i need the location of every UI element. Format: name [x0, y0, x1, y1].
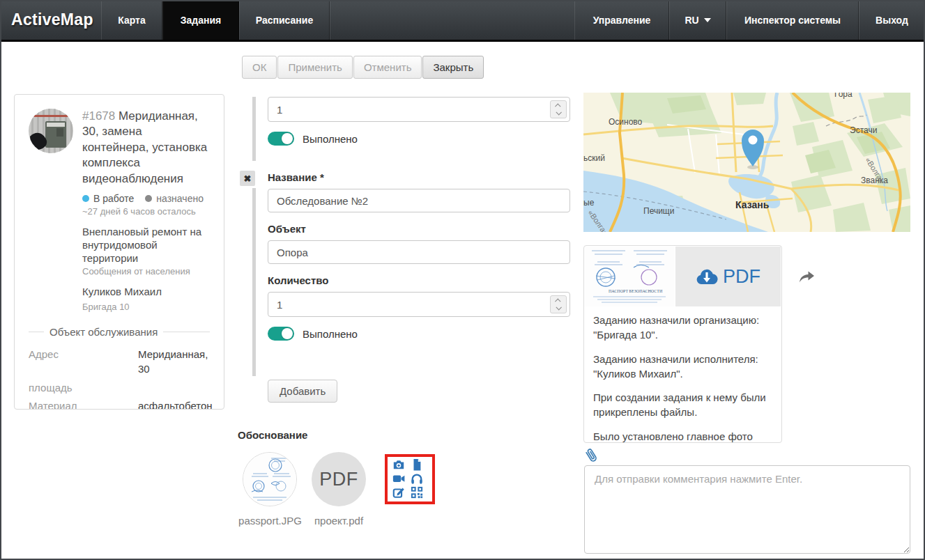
history-message: Заданию назначили организацию: "Бригада …	[593, 313, 772, 343]
quantity-label: Количество	[268, 274, 328, 286]
service-object-divider: Объект обслуживания	[29, 326, 210, 338]
navbar: ActiveMap Карта Задания Расписание Управ…	[0, 0, 925, 42]
map-label-osinovo: Осиново	[609, 117, 643, 127]
passport-doc-preview: ПАСПОРТ БЕЗОПАСНОСТИ	[585, 247, 674, 306]
team-name: Бригада 10	[82, 302, 210, 312]
map-label-skiy: ьский	[583, 153, 605, 163]
quantity-field-2	[268, 292, 570, 317]
history-message: Заданию назначили исполнителя: "Куликов …	[593, 352, 772, 382]
status-primary: В работе	[93, 193, 134, 204]
tab-tasks[interactable]: Задания	[162, 0, 239, 40]
object-input[interactable]	[268, 240, 570, 264]
message-pdf-thumbnail[interactable]: PDF	[675, 247, 781, 306]
map-label-gora: Гора	[834, 93, 853, 99]
done-toggle-row-1: Выполнено	[268, 132, 358, 146]
forward-share-icon[interactable]	[799, 271, 815, 283]
menu-management[interactable]: Управление	[574, 0, 669, 40]
done-toggle-label-1: Выполнено	[303, 133, 358, 145]
menu-management-label: Управление	[593, 15, 651, 26]
message-passport-thumbnail[interactable]: ПАСПОРТ БЕЗОПАСНОСТИ	[585, 247, 674, 306]
map-canvas: Осиново Эстачи Званка Печищи Казань ьски…	[583, 93, 910, 232]
ok-button[interactable]: ОК	[242, 56, 277, 79]
map-label-pechishchi: Печищи	[643, 206, 674, 216]
status-assigned-dot-icon	[145, 195, 152, 202]
map[interactable]: Осиново Эстачи Званка Печищи Казань ьски…	[583, 93, 910, 232]
service-object-fields: Адрес Меридианная, 30 площадь Материал а…	[29, 348, 210, 410]
tab-map[interactable]: Карта	[101, 0, 162, 40]
tab-tasks-label: Задания	[181, 15, 221, 26]
name-input[interactable]	[268, 189, 570, 212]
menu-logout-label: Выход	[876, 15, 908, 26]
add-button[interactable]: Добавить	[268, 380, 337, 403]
apply-button[interactable]: Применить	[277, 56, 353, 79]
attach-paperclip-icon[interactable]	[584, 448, 598, 465]
history-message-card: ПАСПОРТ БЕЗОПАСНОСТИ PDF Заданию назначи…	[583, 245, 782, 443]
map-label-estachi: Эстачи	[850, 125, 877, 135]
object-label: Объект	[268, 223, 306, 235]
status-secondary: назначено	[156, 193, 204, 204]
map-label-city: Казань	[735, 199, 770, 210]
navbar-spacer	[330, 0, 574, 40]
task-title: #1678 Меридианная, 30, замена контейнера…	[82, 109, 210, 187]
menu-system-inspector-label: Инспектор системы	[744, 15, 841, 26]
work-type: Внеплановый ремонт на внутридомовой терр…	[82, 226, 210, 265]
field-row-area: площадь	[29, 381, 210, 395]
menu-system-inspector[interactable]: Инспектор системы	[726, 0, 859, 40]
done-toggle-2[interactable]	[268, 327, 294, 341]
attachment-passport-filename[interactable]: passport.JPG	[234, 515, 307, 527]
history-message: Было установлено главное фото задания.	[593, 429, 772, 443]
done-toggle-1[interactable]	[268, 132, 294, 146]
field-value: асфальтобетон	[138, 399, 213, 410]
passport-preview-image	[243, 453, 297, 506]
comment-input[interactable]	[584, 465, 910, 554]
caret-down-icon	[704, 18, 711, 22]
quantity-field-1	[268, 97, 570, 122]
status-in-progress-dot-icon	[82, 195, 89, 202]
done-toggle-row-2: Выполнено	[268, 327, 358, 341]
camera-icon	[392, 458, 406, 471]
task-id: #1678	[82, 109, 115, 123]
qr-code-icon	[410, 486, 424, 499]
quantity-input-1[interactable]	[268, 97, 570, 122]
stepper-up-icon[interactable]	[555, 298, 560, 304]
svg-text:ПАСПОРТ БЕЗОПАСНОСТИ: ПАСПОРТ БЕЗОПАСНОСТИ	[609, 289, 663, 293]
quantity-input-2[interactable]	[268, 292, 570, 317]
edit-icon	[392, 486, 406, 499]
stepper-up-icon[interactable]	[555, 103, 560, 109]
task-photo-image	[29, 109, 73, 153]
media-types-highlight-box[interactable]	[385, 454, 435, 504]
language-label: RU	[685, 15, 698, 26]
field-row-material: Материал асфальтобетон	[29, 399, 210, 410]
field-label: Материал	[29, 399, 138, 410]
task-photo-avatar[interactable]	[29, 109, 73, 153]
stepper-down-icon[interactable]	[556, 304, 561, 310]
language-selector[interactable]: RU	[669, 0, 726, 40]
history-messages: Заданию назначили организацию: "Бригада …	[584, 307, 781, 443]
quantity-stepper-2[interactable]	[550, 295, 567, 313]
tab-schedule[interactable]: Расписание	[239, 0, 330, 40]
quantity-stepper-1[interactable]	[550, 100, 567, 118]
tab-map-label: Карта	[118, 15, 146, 26]
history-message: При создании задания к нему были прикреп…	[593, 390, 772, 420]
attachment-pdf-filename[interactable]: проект.pdf	[307, 515, 371, 527]
task-source: Сообщения от населения	[82, 266, 210, 277]
attachment-pdf-thumbnail[interactable]: PDF	[312, 452, 366, 506]
cloud-download-icon	[696, 267, 718, 286]
remove-item-button[interactable]: ✖	[240, 171, 255, 186]
app-logo: ActiveMap	[0, 0, 101, 40]
field-value	[138, 381, 210, 395]
stepper-down-icon[interactable]	[556, 109, 561, 115]
tab-schedule-label: Расписание	[256, 15, 313, 26]
map-label-ye: ые	[583, 198, 595, 208]
field-label: Адрес	[29, 348, 138, 376]
name-label: Название *	[268, 171, 324, 183]
message-attachments: ПАСПОРТ БЕЗОПАСНОСТИ PDF	[584, 246, 781, 307]
close-button[interactable]: Закрыть	[422, 56, 484, 79]
attachment-passport-thumbnail[interactable]	[243, 452, 297, 506]
document-icon	[410, 458, 424, 471]
cancel-button[interactable]: Отменить	[353, 56, 422, 79]
task-status-row: В работе назначено	[82, 193, 210, 204]
menu-logout[interactable]: Выход	[859, 0, 925, 40]
field-value: Меридианная, 30	[138, 348, 210, 376]
toolbar: ОК Применить Отменить Закрыть	[242, 56, 484, 79]
